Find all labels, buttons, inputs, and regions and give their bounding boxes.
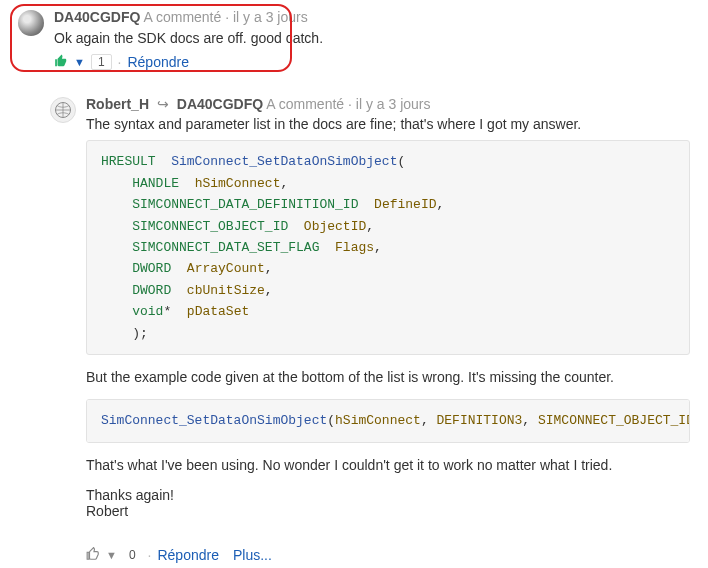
separator: · [118, 54, 122, 70]
comment-actions: ▼ 1 · Répondre [54, 54, 690, 71]
thumbs-up-icon[interactable] [86, 547, 100, 564]
vote-count: 0 [123, 548, 142, 562]
more-link[interactable]: Plus... [233, 547, 272, 563]
chevron-down-icon[interactable]: ▼ [106, 549, 117, 561]
comment-header: Robert_H ↪ DA40CGDFQ A commenté · il y a… [86, 95, 690, 115]
action-text: A commenté · il y a 3 jours [266, 96, 430, 112]
paragraph: That's what I've been using. No wonder I… [86, 457, 690, 473]
avatar[interactable] [50, 97, 76, 123]
comment: Robert_H ↪ DA40CGDFQ A commenté · il y a… [50, 95, 690, 564]
comment-header: DA40CGDFQ A commenté · il y a 3 jours [54, 8, 690, 28]
avatar[interactable] [18, 10, 44, 36]
separator: · [148, 547, 152, 563]
signature: Thanks again! Robert [86, 487, 690, 519]
vote-count: 1 [91, 54, 112, 70]
paragraph: But the example code given at the bottom… [86, 369, 690, 385]
code-block: SimConnect_SetDataOnSimObject(hSimConnec… [86, 399, 690, 442]
comment: DA40CGDFQ A commenté · il y a 3 jours Ok… [18, 8, 690, 71]
action-text: A commenté · il y a 3 jours [143, 9, 307, 25]
username-link[interactable]: Robert_H [86, 96, 149, 112]
chevron-down-icon[interactable]: ▼ [74, 56, 85, 68]
comment-text: Ok again the SDK docs are off. good catc… [54, 30, 690, 46]
thumbs-up-icon[interactable] [54, 54, 68, 71]
reply-to-username[interactable]: DA40CGDFQ [177, 96, 263, 112]
comment-text: The syntax and parameter list in the doc… [86, 116, 690, 132]
code-block: HRESULT SimConnect_SetDataOnSimObject( H… [86, 140, 690, 355]
comment-actions: ▼ 0 · Répondre Plus... [86, 547, 690, 564]
reply-link[interactable]: Répondre [157, 547, 219, 563]
reply-link[interactable]: Répondre [127, 54, 189, 70]
username-link[interactable]: DA40CGDFQ [54, 9, 140, 25]
reply-arrow-icon: ↪ [157, 96, 169, 112]
